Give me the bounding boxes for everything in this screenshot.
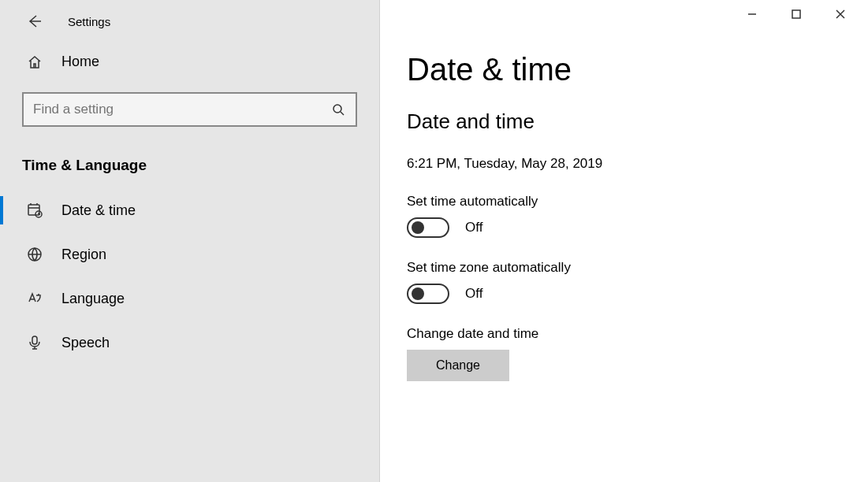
nav-label: Speech bbox=[61, 335, 110, 351]
search-input[interactable] bbox=[33, 102, 330, 117]
svg-point-0 bbox=[333, 105, 341, 113]
toggle-knob bbox=[412, 221, 424, 234]
calendar-clock-icon bbox=[27, 202, 44, 218]
nav-label: Date & time bbox=[61, 202, 136, 219]
set-time-auto-label: Set time automatically bbox=[407, 194, 868, 209]
content-area: Date & time Date and time 6:21 PM, Tuesd… bbox=[380, 0, 868, 482]
change-button-label: Change bbox=[436, 358, 480, 373]
language-icon bbox=[27, 291, 44, 306]
close-icon bbox=[836, 9, 845, 19]
nav-label: Region bbox=[61, 247, 106, 263]
svg-rect-5 bbox=[792, 10, 800, 18]
close-button[interactable] bbox=[829, 5, 852, 24]
home-icon bbox=[27, 54, 44, 70]
minimize-button[interactable] bbox=[740, 5, 764, 24]
current-datetime: 6:21 PM, Tuesday, May 28, 2019 bbox=[407, 156, 868, 172]
sidebar-home[interactable]: Home bbox=[0, 43, 379, 81]
change-button[interactable]: Change bbox=[407, 350, 509, 381]
change-dt-label: Change date and time bbox=[407, 326, 868, 342]
svg-rect-4 bbox=[32, 336, 37, 344]
sidebar-header: Settings bbox=[0, 0, 379, 43]
set-tz-auto-label: Set time zone automatically bbox=[407, 260, 868, 276]
category-label: Time & Language bbox=[0, 138, 379, 188]
globe-icon bbox=[27, 247, 44, 262]
microphone-icon bbox=[27, 335, 44, 350]
set-time-auto-row: Off bbox=[407, 217, 868, 238]
nav-label: Language bbox=[61, 291, 125, 307]
toggle-knob bbox=[412, 287, 424, 300]
sidebar-item-date-time[interactable]: Date & time bbox=[0, 188, 379, 232]
sidebar: Settings Home Time & Language Date & tim… bbox=[0, 0, 380, 482]
set-time-auto-toggle[interactable] bbox=[407, 217, 449, 238]
set-tz-auto-row: Off bbox=[407, 284, 868, 304]
maximize-button[interactable] bbox=[784, 5, 808, 24]
arrow-left-icon bbox=[27, 14, 41, 28]
sidebar-item-region[interactable]: Region bbox=[0, 232, 379, 276]
svg-rect-1 bbox=[28, 205, 39, 215]
set-tz-auto-state: Off bbox=[465, 286, 482, 302]
back-button[interactable] bbox=[27, 14, 41, 28]
maximize-icon bbox=[792, 9, 801, 19]
set-tz-auto-toggle[interactable] bbox=[407, 284, 449, 304]
app-name-label: Settings bbox=[68, 15, 110, 28]
set-time-auto-state: Off bbox=[465, 220, 482, 235]
search-box[interactable] bbox=[22, 92, 357, 127]
window-controls bbox=[740, 5, 868, 24]
section-heading: Date and time bbox=[407, 109, 868, 134]
search-icon bbox=[330, 102, 346, 117]
page-title: Date & time bbox=[407, 52, 868, 87]
sidebar-item-speech[interactable]: Speech bbox=[0, 321, 379, 365]
home-label: Home bbox=[61, 54, 99, 70]
minimize-icon bbox=[747, 9, 757, 19]
sidebar-item-language[interactable]: Language bbox=[0, 276, 379, 321]
